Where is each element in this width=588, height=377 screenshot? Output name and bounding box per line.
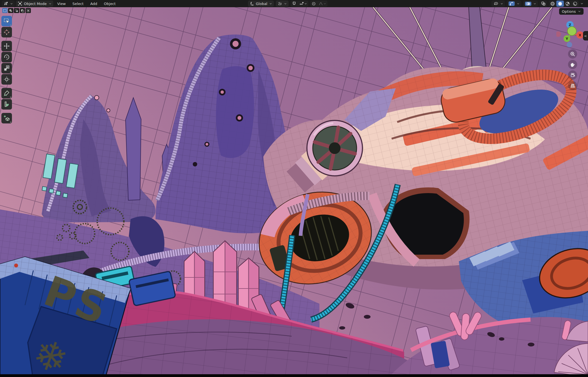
zoom-icon xyxy=(570,51,576,57)
menu-add[interactable]: Add xyxy=(87,0,100,7)
chevron-down-icon xyxy=(534,2,536,5)
move-icon xyxy=(3,43,10,49)
grid-perspective-icon xyxy=(570,83,576,88)
pan-button[interactable] xyxy=(568,60,577,69)
proportional-falloff-icon xyxy=(319,2,323,6)
tool-select-box[interactable] xyxy=(1,16,12,26)
select-mode-intersect[interactable] xyxy=(26,8,31,13)
select-mode-group xyxy=(2,8,31,13)
add-cube-icon xyxy=(3,115,10,122)
tool-column xyxy=(1,16,12,124)
editor-type-3d-viewport-icon xyxy=(4,1,8,6)
transform-orientation-dropdown[interactable]: Global xyxy=(248,1,274,7)
snap-magnet-icon xyxy=(292,1,296,6)
select-subtract-icon xyxy=(15,9,18,12)
select-mode-subtract[interactable] xyxy=(14,8,19,13)
select-mode-set[interactable] xyxy=(2,8,7,13)
viewport-scene[interactable]: PS ❄ xyxy=(0,0,588,377)
toggle-xray-button[interactable] xyxy=(540,1,547,7)
overlays-icon xyxy=(526,2,531,6)
show-gizmo-visibility-dropdown[interactable] xyxy=(491,1,505,7)
shading-material-icon xyxy=(565,1,570,6)
select-extend-icon xyxy=(9,9,12,12)
proportional-group xyxy=(310,1,327,7)
menu-view[interactable]: View xyxy=(54,0,69,7)
shading-material-button[interactable] xyxy=(564,1,571,7)
gizmo-y-label: Y xyxy=(566,37,568,41)
tool-measure[interactable] xyxy=(1,99,12,110)
tool-scale[interactable] xyxy=(1,63,12,74)
blender-window: PS ❄ Object Mode xyxy=(0,0,588,377)
select-intersect-icon xyxy=(26,9,30,12)
chevron-down-icon xyxy=(324,2,326,5)
proportional-editing-toggle[interactable] xyxy=(310,1,317,7)
proportional-falloff-dropdown[interactable] xyxy=(317,1,327,7)
chevron-down-icon xyxy=(517,2,519,5)
toggle-orthographic-button[interactable] xyxy=(568,81,577,90)
chevron-down-icon xyxy=(578,10,581,13)
tool-rotate[interactable] xyxy=(1,52,12,62)
measure-icon xyxy=(3,101,10,108)
select-set-icon xyxy=(3,9,7,12)
chevron-down-icon xyxy=(304,2,307,5)
gizmo-z-label: Z xyxy=(569,23,571,27)
options-label: Options xyxy=(562,9,576,14)
shading-solid-icon xyxy=(558,1,562,6)
select-invert-icon xyxy=(21,9,24,12)
viewport-gizmos-dropdown[interactable] xyxy=(507,1,521,7)
overlays-toggle[interactable] xyxy=(525,2,531,6)
cursor-icon xyxy=(3,29,10,36)
editor-type-button[interactable] xyxy=(2,1,15,7)
window-bottom-edge xyxy=(0,374,588,377)
object-mode-icon xyxy=(18,1,22,6)
select-mode-invert[interactable] xyxy=(20,8,25,13)
proportional-editing-icon xyxy=(312,2,316,6)
chevron-down-icon xyxy=(10,2,13,5)
select-mode-extend[interactable] xyxy=(8,8,13,13)
viewport-gizmos-icon xyxy=(509,1,514,6)
menu-select[interactable]: Select xyxy=(70,0,86,7)
zoom-button[interactable] xyxy=(568,49,577,59)
gizmo-axis-minus-y[interactable] xyxy=(567,27,576,36)
transform-icon xyxy=(3,76,10,83)
hand-icon xyxy=(570,62,576,67)
snap-toggle[interactable] xyxy=(291,1,298,7)
shading-solid-button[interactable] xyxy=(556,1,564,7)
pivot-point-dropdown[interactable] xyxy=(276,1,289,7)
shading-wireframe-icon xyxy=(550,1,555,6)
chevron-down-icon[interactable] xyxy=(581,2,583,5)
snap-group xyxy=(291,1,308,7)
show-gizmo-visibility-icon xyxy=(493,2,498,6)
snap-target-dropdown[interactable] xyxy=(298,1,308,7)
orientation-label: Global xyxy=(256,2,267,6)
tool-annotate[interactable] xyxy=(1,88,12,98)
camera-icon xyxy=(570,72,576,78)
camera-view-button[interactable] xyxy=(568,70,577,80)
gizmo-axis-minus-z[interactable] xyxy=(567,42,572,47)
options-dropdown[interactable]: Options xyxy=(559,8,584,15)
shading-rendered-icon xyxy=(573,1,577,6)
shading-wireframe-button[interactable] xyxy=(549,1,556,7)
select-box-icon xyxy=(3,18,10,24)
scale-icon xyxy=(3,65,10,72)
overlays-dropdown[interactable] xyxy=(523,1,538,7)
chevron-down-icon xyxy=(501,2,503,5)
viewport-gizmos-toggle[interactable] xyxy=(509,1,515,6)
viewport-header: Object Mode View Select Add Object Globa… xyxy=(0,0,588,7)
chevron-down-icon xyxy=(284,2,287,5)
toggle-xray-icon xyxy=(541,1,546,6)
mode-label: Object Mode xyxy=(24,2,47,6)
sidebar-toggle-tab[interactable]: < xyxy=(583,31,588,41)
chevron-down-icon xyxy=(49,2,51,5)
transform-orientation-icon xyxy=(250,2,254,6)
mode-selector[interactable]: Object Mode xyxy=(16,1,53,7)
chevron-down-icon xyxy=(269,2,272,5)
tool-move[interactable] xyxy=(1,41,12,51)
menu-object[interactable]: Object xyxy=(101,0,118,7)
snap-target-icon xyxy=(299,1,304,6)
gizmo-axis-minus-x[interactable] xyxy=(556,31,561,37)
tool-cursor[interactable] xyxy=(1,27,12,37)
tool-transform[interactable] xyxy=(1,74,12,85)
tool-add-cube[interactable] xyxy=(1,113,12,123)
shading-rendered-button[interactable] xyxy=(571,1,579,7)
